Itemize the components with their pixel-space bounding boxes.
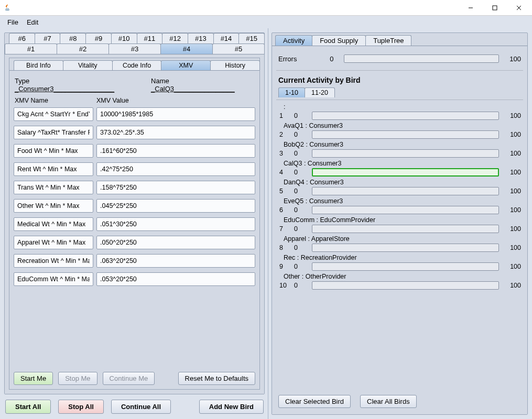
bird-row-3[interactable]: BobQ2 : Consumer330100 [278,141,521,158]
index-tab-10[interactable]: #10 [111,33,137,43]
window-maximize-button[interactable] [483,0,507,16]
index-tab-7[interactable]: #7 [35,33,61,43]
add-new-bird-button[interactable]: Add New Bird [199,400,264,414]
type-value: _Consumer3________________ [15,85,114,93]
bird-index: 6 [278,206,287,214]
index-tab-13[interactable]: #13 [188,33,214,43]
bird-name: EduComm : EduCommProvider [278,216,521,224]
info-tab-xmv[interactable]: XMV [161,60,211,70]
type-name-line: Type _Consumer3________________ Name _Ca… [14,75,255,97]
menu-edit[interactable]: Edit [23,17,42,27]
bird-name: : [278,103,521,111]
xmv-name-input-4[interactable] [14,181,93,194]
bird-index-tabs: #6#7#8#9#10#11#12#13#14#15 #1#2#3#4#5 Bi… [4,32,265,394]
clear-selected-bird-button[interactable]: Clear Selected Bird [278,395,351,408]
bird-name: DanQ4 : Consumer3 [278,179,521,186]
right-tab-tupletree[interactable]: TupleTree [365,35,411,46]
bird-bar-lo: 0 [294,282,305,289]
info-tab-bird-info[interactable]: Bird Info [14,60,63,70]
index-tab-9[interactable]: #9 [85,33,112,43]
bird-index: 3 [278,150,287,157]
info-tab-vitality[interactable]: Vitality [63,60,113,70]
xmv-name-input-7[interactable] [14,236,93,249]
xmv-name-input-2[interactable] [14,144,93,158]
errors-label: Errors [278,55,297,63]
xmv-value-input-6[interactable] [96,217,255,231]
index-tab-11[interactable]: #11 [137,33,163,43]
xmv-value-input-8[interactable] [96,254,255,268]
xmv-value-input-4[interactable] [96,181,255,194]
range-tab-11-20[interactable]: 11-20 [305,87,335,97]
window-minimize-button[interactable] [459,0,483,16]
bird-index: 2 [278,131,287,138]
bird-bar-lo: 0 [294,188,305,195]
xmv-name-input-0[interactable] [14,107,93,121]
bird-row-4[interactable]: CalQ3 : Consumer340100 [278,160,521,177]
index-tab-3[interactable]: #3 [108,43,161,54]
info-tab-code-info[interactable]: Code Info [112,60,162,70]
bird-row-6[interactable]: EveQ5 : Consumer360100 [278,197,521,214]
bird-name: Other : OtherProvider [278,273,521,280]
index-tab-6[interactable]: #6 [9,33,35,43]
index-tab-1[interactable]: #1 [5,43,57,54]
bird-row-5[interactable]: DanQ4 : Consumer350100 [278,179,521,195]
xmv-name-input-3[interactable] [14,162,93,176]
clear-all-birds-button[interactable]: Clear All Birds [360,395,417,408]
continue-me-button[interactable]: Continue Me [103,372,155,385]
index-tab-14[interactable]: #14 [213,33,240,43]
bird-row-1[interactable]: :10100 [278,103,521,120]
xmv-value-input-1[interactable] [96,126,255,139]
bird-activity-bar [312,281,499,290]
java-icon [3,4,12,12]
menu-file[interactable]: File [3,17,23,27]
xmv-value-input-7[interactable] [96,236,255,249]
activity-title: Current Activity by Bird [276,71,523,87]
stop-all-button[interactable]: Stop All [58,400,104,414]
bird-activity-bar [312,168,499,177]
bird-row-7[interactable]: EduComm : EduCommProvider70100 [278,216,521,233]
info-tab-history[interactable]: History [210,60,260,70]
bird-row-8[interactable]: Apparel : ApparelStore80100 [278,235,521,252]
xmv-value-input-2[interactable] [96,144,255,158]
bird-row-10[interactable]: Other : OtherProvider100100 [278,273,521,290]
bird-row-9[interactable]: Rec : RecreationProvider90100 [278,254,521,271]
index-tab-5[interactable]: #5 [212,43,265,54]
xmv-name-input-1[interactable] [14,126,93,139]
continue-all-button[interactable]: Continue All [111,400,171,414]
index-tab-2[interactable]: #2 [57,43,109,54]
bird-row-2[interactable]: AvaQ1 : Consumer320100 [278,122,521,139]
index-tab-8[interactable]: #8 [60,33,86,43]
start-all-button[interactable]: Start All [5,400,51,414]
xmv-name-input-9[interactable] [14,272,93,286]
bird-bar-hi: 100 [506,131,521,138]
bird-bar-lo: 0 [294,206,305,214]
xmv-name-input-5[interactable] [14,199,93,213]
bird-bar-hi: 100 [506,225,521,233]
bird-activity-bar [312,206,499,214]
right-tab-food-supply[interactable]: Food Supply [312,35,366,46]
menu-bar: File Edit [0,16,532,28]
xmv-name-input-6[interactable] [14,217,93,231]
bird-index: 1 [278,112,287,119]
range-tab-1-10[interactable]: 1-10 [278,87,305,97]
right-tab-activity[interactable]: Activity [275,35,312,46]
bird-index: 4 [278,169,287,176]
xmv-value-input-0[interactable] [96,107,255,121]
errors-bar [344,54,499,63]
type-label: Type [15,77,29,85]
bird-bar-lo: 0 [294,225,305,233]
bird-index: 10 [278,282,287,289]
index-tab-15[interactable]: #15 [238,33,265,43]
start-me-button[interactable]: Start Me [14,372,53,385]
index-tab-4[interactable]: #4 [160,43,213,54]
index-tab-12[interactable]: #12 [162,33,188,43]
xmv-value-input-3[interactable] [96,162,255,176]
stop-me-button[interactable]: Stop Me [58,372,97,385]
xmv-value-input-9[interactable] [96,272,255,286]
xmv-value-input-5[interactable] [96,199,255,213]
title-bar [0,0,532,16]
window-close-button[interactable] [507,0,531,16]
reset-me-button[interactable]: Reset Me to Defaults [178,372,255,385]
bird-activity-bar [312,130,499,139]
xmv-name-input-8[interactable] [14,254,93,268]
